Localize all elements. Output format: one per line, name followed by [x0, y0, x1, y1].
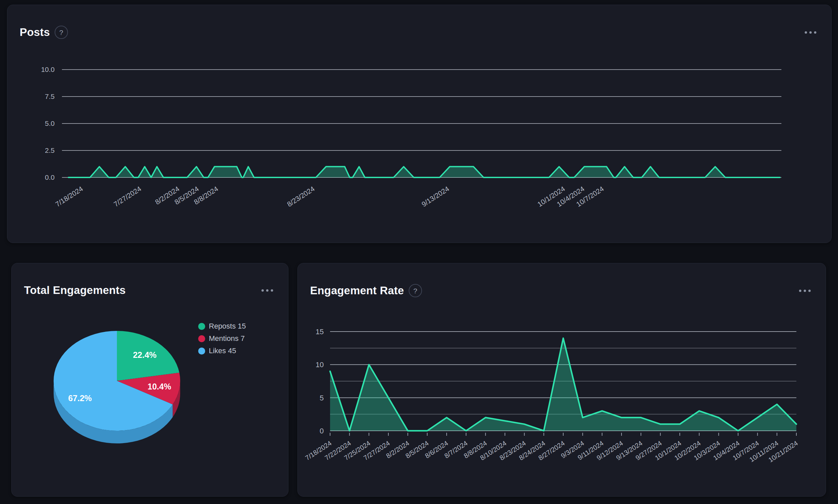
x-axis-label: 9/13/2024: [420, 185, 451, 208]
posts-area-fill: [68, 167, 780, 177]
help-icon[interactable]: ?: [55, 25, 68, 39]
dot: [804, 290, 806, 292]
pie-percent-label: 67.2%: [68, 394, 92, 403]
legend-label: Likes 45: [209, 346, 236, 355]
posts-line: [68, 167, 780, 177]
dot: [271, 289, 273, 292]
legend-swatch-icon: [198, 323, 205, 330]
y-axis-label: 7.5: [45, 92, 55, 100]
dot: [266, 289, 268, 292]
y-axis-label: 10: [316, 361, 324, 369]
pie-legend: Reposts 15Mentions 7Likes 45: [198, 322, 246, 355]
help-icon[interactable]: ?: [409, 284, 422, 297]
legend-item-likes[interactable]: Likes 45: [198, 346, 246, 355]
dot: [809, 31, 812, 34]
x-axis-label: 8/23/2024: [286, 185, 316, 208]
legend-swatch-icon: [198, 335, 205, 342]
rate-panel-header: Engagement Rate ?: [310, 284, 813, 297]
legend-item-reposts[interactable]: Reposts 15: [198, 322, 246, 330]
y-axis-label: 0: [320, 427, 324, 435]
dot: [261, 289, 264, 292]
pie-percent-label: 22.4%: [133, 350, 157, 360]
engagement-rate-title: Engagement Rate: [310, 284, 404, 297]
dot: [805, 31, 807, 34]
y-axis-label: 0.0: [45, 174, 55, 181]
y-axis-label: 5: [320, 394, 324, 402]
engagements-pie-chart: 22.4%10.4%67.2%: [12, 263, 288, 496]
y-axis-label: 15: [316, 328, 324, 336]
x-axis-label: 7/18/2024: [54, 185, 84, 208]
engagements-panel-header: Total Engagements: [24, 284, 276, 296]
legend-label: Reposts 15: [209, 322, 246, 330]
posts-panel-header: Posts ?: [20, 25, 819, 39]
total-engagements-title: Total Engagements: [24, 284, 126, 296]
dot: [799, 290, 801, 292]
y-axis-label: 10.0: [41, 66, 55, 73]
y-axis-label: 2.5: [45, 146, 55, 154]
total-engagements-panel: Total Engagements 22.4%10.4%67.2% Repost…: [11, 263, 289, 497]
more-menu-button[interactable]: [802, 29, 819, 36]
more-menu-button[interactable]: [796, 287, 813, 294]
engagement-rate-panel: Engagement Rate ? 0510157/18/20247/22/20…: [297, 263, 826, 497]
dot: [808, 290, 811, 292]
legend-item-mentions[interactable]: Mentions 7: [198, 334, 246, 343]
y-axis-label: 5.0: [45, 120, 55, 127]
pie-percent-label: 10.4%: [147, 382, 171, 391]
more-menu-button[interactable]: [259, 287, 276, 294]
dot: [814, 31, 816, 34]
posts-panel: Posts ? 0.02.55.07.510.07/18/20247/27/20…: [7, 5, 832, 243]
posts-chart: 0.02.55.07.510.07/18/20247/27/20248/2/20…: [7, 5, 831, 243]
posts-title: Posts: [20, 26, 50, 39]
x-axis-label: 7/27/2024: [112, 185, 142, 208]
engagement-rate-chart: 0510157/18/20247/22/20247/25/20247/27/20…: [298, 263, 826, 496]
dashboard-page: Posts ? 0.02.55.07.510.07/18/20247/27/20…: [0, 0, 838, 504]
legend-swatch-icon: [198, 347, 205, 355]
legend-label: Mentions 7: [209, 334, 245, 343]
